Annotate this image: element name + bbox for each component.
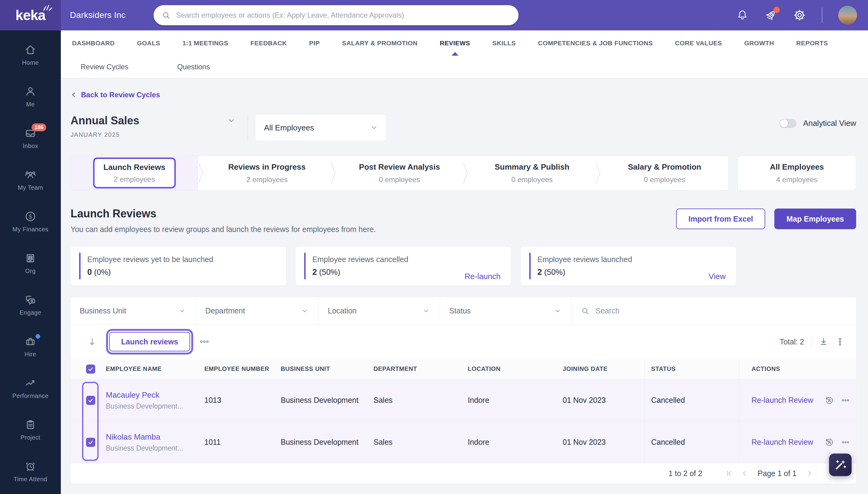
sidebar-item-my-finances[interactable]: $ My Finances — [0, 201, 61, 242]
ai-assistant-button[interactable] — [829, 454, 852, 476]
row-menu-icon[interactable] — [841, 438, 850, 446]
global-search[interactable] — [154, 5, 518, 25]
relaunch-review-link[interactable]: Re-launch Review — [752, 438, 813, 446]
stat-value: 2 — [537, 267, 542, 277]
subtab-questions[interactable]: Questions — [177, 63, 210, 71]
pagination-range: 1 to 2 of 2 — [668, 469, 702, 478]
tab-skills[interactable]: SKILLS — [492, 31, 516, 56]
table-row: Macauley Peck Business Development... 10… — [71, 379, 856, 421]
sidebar-item-label: Org — [25, 267, 36, 274]
row-menu-icon[interactable] — [841, 396, 850, 405]
tab-reviews[interactable]: REVIEWS — [440, 31, 470, 56]
chevron-left-icon — [71, 92, 77, 98]
sort-down-icon[interactable] — [87, 337, 97, 346]
cycle-period: JANUARY 2025 — [71, 131, 235, 138]
sidebar-item-label: My Team — [18, 184, 43, 191]
view-link[interactable]: View — [709, 272, 726, 281]
sidebar-item-hire[interactable]: Hire — [0, 326, 61, 367]
keka-logo[interactable]: keka — [0, 0, 61, 31]
filter-bar: Business Unit Department Location Status — [71, 297, 856, 325]
tab-dashboard[interactable]: DASHBOARD — [72, 31, 115, 56]
inbox-badge: 186 — [32, 124, 46, 131]
notifications-button[interactable] — [736, 9, 749, 22]
tab-pip[interactable]: PIP — [309, 31, 320, 56]
step-separator-icon — [463, 162, 468, 184]
page-content: Back to Review Cycles Annual Sales JANUA… — [61, 78, 868, 494]
step-launch-reviews[interactable]: Launch Reviews 2 employees — [71, 156, 198, 190]
step-reviews-in-progress[interactable]: Reviews in Progress 2 employees — [204, 156, 331, 190]
tab-salary-promotion[interactable]: SALARY & PROMOTION — [342, 31, 418, 56]
user-avatar[interactable] — [838, 6, 857, 25]
import-from-excel-button[interactable]: Import from Excel — [676, 209, 765, 229]
sidebar-item-label: Me — [26, 101, 35, 108]
magic-wand-icon — [834, 458, 847, 472]
stat-accent-bar — [79, 253, 81, 279]
employee-group-dropdown[interactable]: All Employees — [255, 114, 386, 141]
table-search-input[interactable] — [596, 306, 847, 315]
history-icon[interactable] — [824, 395, 834, 405]
step-salary-promotion[interactable]: Salary & Promotion 0 employees — [601, 156, 728, 190]
col-location: LOCATION — [468, 359, 563, 379]
sidebar-item-project[interactable]: Project — [0, 409, 61, 451]
sidebar-item-my-team[interactable]: My Team — [0, 159, 61, 201]
bell-icon — [736, 9, 749, 22]
whats-new-button[interactable] — [765, 9, 777, 22]
sidebar-item-me[interactable]: Me — [0, 76, 61, 117]
more-actions-icon[interactable] — [199, 337, 210, 347]
all-employees-card[interactable]: All Employees 4 employees — [737, 156, 856, 190]
row-checkbox[interactable] — [86, 396, 95, 405]
row-checkbox[interactable] — [86, 438, 95, 447]
relaunch-review-link[interactable]: Re-launch Review — [752, 396, 813, 405]
company-name: Darksiders Inc — [70, 10, 126, 20]
tab-1-1-meetings[interactable]: 1:1 MEETINGS — [183, 31, 228, 56]
subtab-review-cycles[interactable]: Review Cycles — [81, 63, 128, 71]
sidebar-item-org[interactable]: Org — [0, 242, 61, 284]
business-unit-filter[interactable]: Business Unit — [71, 297, 196, 324]
download-icon[interactable] — [819, 337, 828, 346]
stat-value: 2 — [312, 267, 317, 277]
previous-page-icon[interactable] — [740, 469, 749, 477]
hire-icon — [24, 335, 37, 347]
step-label: Launch Reviews — [103, 163, 166, 172]
map-employees-button[interactable]: Map Employees — [774, 209, 856, 229]
section-description: You can add employees to review groups a… — [71, 225, 376, 234]
location-filter[interactable]: Location — [319, 297, 440, 324]
first-page-icon[interactable] — [725, 469, 733, 477]
global-search-input[interactable] — [176, 11, 511, 19]
tab-core-values[interactable]: CORE VALUES — [675, 31, 722, 56]
tab-feedback[interactable]: FEEDBACK — [250, 31, 287, 56]
analytical-view-toggle[interactable] — [779, 119, 796, 128]
sidebar-item-performance[interactable]: Performance — [0, 367, 61, 409]
department-filter[interactable]: Department — [196, 297, 319, 324]
tab-reports[interactable]: REPORTS — [796, 31, 828, 56]
time-attend-icon — [24, 460, 37, 472]
cycle-dropdown-chevron-icon[interactable] — [227, 117, 235, 125]
employee-name-link[interactable]: Nikolas Mamba — [106, 432, 160, 442]
tab-competencies[interactable]: COMPETENCIES & JOB FUNCTIONS — [538, 31, 653, 56]
chevron-down-icon — [371, 124, 378, 131]
select-all-checkbox[interactable] — [86, 364, 95, 374]
tab-growth[interactable]: GROWTH — [744, 31, 774, 56]
sidebar-item-time-attend[interactable]: Time Attend — [0, 451, 61, 492]
status-value: Cancelled — [644, 421, 739, 463]
status-filter[interactable]: Status — [440, 297, 572, 324]
settings-button[interactable] — [793, 9, 806, 22]
employee-name-link[interactable]: Macauley Peck — [106, 390, 159, 400]
sidebar-item-engage[interactable]: Engage — [0, 284, 61, 326]
history-icon[interactable] — [824, 437, 834, 448]
kebab-menu-icon[interactable] — [835, 337, 845, 346]
review-stats: Employee reviews yet to be launched 0 (0… — [71, 247, 856, 285]
stat-value: 0 — [87, 267, 92, 277]
step-count: 2 employees — [114, 175, 155, 184]
sidebar-item-home[interactable]: Home — [0, 34, 61, 76]
launch-reviews-button[interactable]: Launch reviews — [109, 332, 190, 352]
relaunch-link[interactable]: Re-launch — [465, 272, 501, 281]
step-post-review-analysis[interactable]: Post Review Analysis 0 employees — [336, 156, 463, 190]
back-link[interactable]: Back to Review Cycles — [71, 91, 160, 99]
table-search[interactable] — [572, 297, 856, 324]
business-unit: Business Development — [281, 379, 374, 421]
step-summary-publish[interactable]: Summary & Publish 0 employees — [468, 156, 596, 190]
sidebar-item-inbox[interactable]: 186 Inbox — [0, 117, 61, 159]
tab-goals[interactable]: GOALS — [137, 31, 160, 56]
next-page-icon[interactable] — [806, 469, 814, 477]
